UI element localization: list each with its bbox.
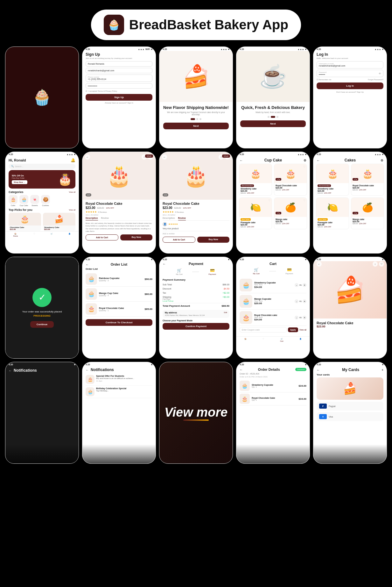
nav-cart[interactable]: 🛒Cart: [280, 338, 283, 342]
checkbox-icon[interactable]: ☑: [86, 90, 87, 92]
back-button[interactable]: ←: [317, 261, 322, 267]
my-cards-screen: 4:20 ■ ← My Cards + Your cards 🍰 P Paypa…: [313, 362, 387, 464]
tax-value: +$2.00: [222, 292, 229, 294]
product-card-2[interactable]: 🎂 ♡ +3 ● Royal Chocolate cake $23.00 $25…: [274, 164, 307, 196]
view-all-categories[interactable]: View all: [69, 191, 75, 193]
search-bar[interactable]: 🔍 Search...: [9, 164, 75, 169]
back-button[interactable]: ←: [317, 368, 320, 372]
nav-profile[interactable]: 👤: [68, 233, 71, 237]
back-button[interactable]: ←: [163, 262, 166, 266]
add-review-label[interactable]: Add a review: [163, 231, 229, 235]
qty-plus-2[interactable]: +: [303, 299, 306, 303]
category-sweets[interactable]: 🍬 Sweets: [30, 195, 39, 206]
cake-card-4[interactable]: 🍊 +3 ● Mango cake $23.00 $25.00 12% OFF: [351, 197, 384, 229]
name-field[interactable]: Ronald Richards: [86, 61, 152, 67]
signup-link[interactable]: Don't have an account? Sign Up: [317, 91, 383, 93]
next-button[interactable]: Next: [240, 120, 306, 127]
order-process-screen: ✓ Your order was successfully placed PRO…: [5, 257, 79, 359]
confirm-payment-button[interactable]: Confirm Payment: [163, 323, 229, 330]
view-all-picks[interactable]: View all: [69, 209, 75, 211]
back-button[interactable]: ←: [162, 154, 167, 160]
back-button[interactable]: ←: [86, 368, 89, 372]
card-item-2[interactable]: V Visa: [317, 412, 383, 421]
continue-button[interactable]: Continue: [30, 321, 54, 328]
wishlist-button[interactable]: ♡: [379, 261, 384, 267]
remember-label: Remember me: [319, 79, 332, 81]
shop-now-button[interactable]: Shop Now →: [12, 180, 27, 184]
email-field[interactable]: ronaldrichards@gmail.com: [86, 68, 152, 73]
tab-description[interactable]: Description: [163, 217, 175, 220]
category-cookies[interactable]: 🍪 Cookies: [41, 195, 50, 206]
password-field[interactable]: ••••••••••••: [86, 83, 152, 89]
filter-icon[interactable]: ⚙: [381, 159, 383, 162]
remember-checkbox[interactable]: ☑ Remember me: [317, 78, 331, 81]
phone-field[interactable]: Phone number +1 (219) 555-0114: [86, 75, 152, 82]
cake-card-1[interactable]: 🎂 Recommended Strawberry cake $23.00 $25…: [316, 164, 349, 196]
qty-minus-3[interactable]: -: [295, 316, 298, 319]
cart-name-2: Mango Cupcake: [254, 298, 293, 300]
od-img-2: 🎂: [240, 394, 250, 404]
back-button[interactable]: ←: [240, 368, 243, 371]
tab-review[interactable]: Review: [101, 217, 109, 220]
pick-card-2[interactable]: 🍰 Strawberry Cake $23.00: [43, 213, 75, 231]
order-price-2: $80.00: [145, 293, 152, 296]
nav-wishlist[interactable]: ♡: [33, 233, 35, 237]
cart-step-icon: 🛒: [254, 268, 259, 272]
address-edit[interactable]: Edit: [224, 311, 227, 314]
nav-wishlist[interactable]: ♡: [262, 338, 264, 342]
password-field[interactable]: Password •••••••• 👁: [317, 70, 383, 77]
add-card-icon[interactable]: +: [382, 368, 383, 372]
card-item-1[interactable]: P Paypal: [317, 402, 383, 411]
buy-now-button[interactable]: Buy Now: [120, 234, 152, 240]
back-button[interactable]: ←: [317, 159, 320, 162]
back-button[interactable]: ←: [86, 263, 89, 266]
product-name-1: Strawberry cake: [241, 188, 270, 190]
cake-card-2[interactable]: 🎂 +3 ● Royal Chocolate cake $23.00 $25.0…: [351, 164, 384, 196]
od-price-1: $34.00: [299, 384, 306, 387]
qty-plus-3[interactable]: +: [303, 316, 306, 319]
tab-description[interactable]: Description: [86, 217, 98, 220]
add-to-cart-button[interactable]: Add to Cart: [163, 237, 195, 243]
notifications-content: ← Notifications 🎂 Special Offer For Stud…: [82, 366, 156, 401]
cake-card-3[interactable]: 🍋 Best Seller Pineapple cake $23.00 $25.…: [316, 197, 349, 229]
back-button[interactable]: ←: [85, 154, 90, 160]
nav-home[interactable]: 🏠Home: [13, 233, 18, 237]
email-field[interactable]: Username or email ronaldrichards@gmail.c…: [317, 61, 383, 68]
category-cake[interactable]: 🎂 Cake: [9, 195, 18, 206]
eye-icon[interactable]: 👁: [379, 72, 381, 75]
order-success-label: Your order was successfully placed: [22, 310, 62, 313]
share-button[interactable]: ↑: [373, 261, 378, 267]
product-card-1[interactable]: 🎂 ♡ Recommended Strawberry cake $23.00 $…: [239, 164, 272, 196]
pagination-dots: [240, 116, 306, 118]
back-button[interactable]: ←: [9, 369, 12, 372]
qty-minus-1[interactable]: -: [295, 283, 298, 287]
discount-row: Discount -$4.50: [163, 287, 229, 291]
nav-home[interactable]: 🏠: [244, 338, 247, 342]
qty-minus-2[interactable]: -: [295, 299, 298, 303]
signin-link[interactable]: Already have an account? Sign In: [86, 102, 152, 104]
category-cupcake[interactable]: 🧁 Cup Cake: [19, 195, 28, 206]
forgot-link[interactable]: Forgot Password?: [368, 79, 383, 81]
product-card-3[interactable]: 🍋 ♡ Best Seller Pineapple cake $23.00 $2…: [239, 197, 272, 229]
pick-card-1[interactable]: 🎂 Chocolate Cake $23.00: [9, 213, 41, 231]
nav-cart[interactable]: 🛒: [51, 233, 53, 237]
buy-now-button[interactable]: Buy Now: [197, 237, 229, 243]
bell-icon[interactable]: 🔔: [71, 158, 75, 162]
apply-button[interactable]: Apply: [288, 327, 298, 332]
next-button[interactable]: Next: [163, 123, 229, 129]
od-info-1: Strawberry Cupcake Qty: 1: [252, 384, 273, 388]
cart-name-1: Strawberry Cupcake: [254, 282, 293, 284]
product-card-4[interactable]: 🍊 ♡ +3 ● Mango cake $23.00 $25.00 12% OF…: [274, 197, 307, 229]
qty-plus-1[interactable]: +: [303, 283, 306, 287]
checkout-button[interactable]: Continue To Checkout: [86, 319, 152, 326]
filter-icon[interactable]: ⚙: [304, 159, 306, 162]
login-button[interactable]: Log In: [317, 82, 383, 89]
back-button[interactable]: ←: [240, 159, 243, 162]
coupon-input[interactable]: Enter Coupon code: [240, 327, 287, 333]
signup-button[interactable]: Sign Up: [86, 94, 152, 101]
add-to-cart-button[interactable]: Add to Cart: [86, 234, 118, 240]
tab-review[interactable]: Review: [178, 217, 186, 220]
view-more-overlay[interactable]: View more: [159, 362, 233, 463]
nav-profile[interactable]: 👤: [299, 338, 302, 342]
view-all-link[interactable]: View all: [299, 329, 306, 331]
